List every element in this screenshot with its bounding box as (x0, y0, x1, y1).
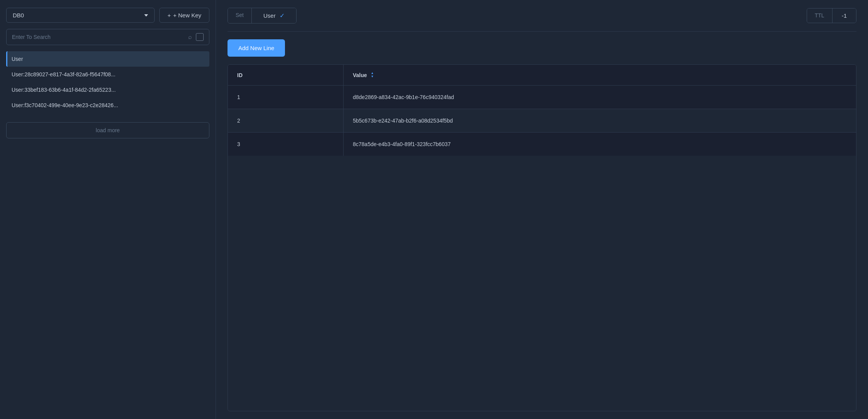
plus-icon: + (167, 12, 171, 19)
top-bar: Set User ✓ TTL -1 (228, 8, 856, 32)
key-type-group: Set User ✓ (228, 8, 297, 24)
ttl-group: TTL -1 (807, 8, 856, 23)
ttl-value: -1 (833, 8, 856, 23)
key-name-value: User ✓ (252, 8, 296, 23)
top-controls: DB0 + + New Key (6, 8, 209, 23)
cell-value: 5b5c673b-e242-47ab-b2f6-a08d2534f5bd (344, 109, 856, 132)
add-new-line-button[interactable]: Add New Line (228, 39, 285, 57)
table-row[interactable]: 3 8c78a5de-e4b3-4fa0-89f1-323fcc7b6037 (228, 133, 856, 156)
table-row[interactable]: 2 5b5c673b-e242-47ab-b2f6-a08d2534f5bd (228, 109, 856, 133)
cell-id: 2 (228, 109, 344, 132)
cell-id: 3 (228, 133, 344, 156)
column-header-value[interactable]: Value (344, 65, 856, 85)
table-row[interactable]: 1 d8de2869-a834-42ac-9b1e-76c940324fad (228, 86, 856, 109)
cell-value: 8c78a5de-e4b3-4fa0-89f1-323fcc7b6037 (344, 133, 856, 156)
column-header-id: ID (228, 65, 344, 85)
data-table: ID Value 1 d8de2869-a834-42ac-9b1e-76c94… (228, 64, 856, 411)
key-list: User User:28c89027-e817-4a3f-82a6-f5647f… (6, 51, 209, 113)
db-select[interactable]: DB0 (6, 8, 155, 23)
list-item[interactable]: User:f3c70402-499e-40ee-9e23-c2e28426... (6, 98, 209, 113)
load-more-button[interactable]: load more (6, 122, 209, 138)
key-type-label: Set (228, 8, 252, 23)
cell-id: 1 (228, 86, 344, 109)
sort-icon (371, 72, 374, 78)
search-bar: ⌕ (6, 29, 209, 45)
filter-toggle-button[interactable] (196, 33, 204, 41)
left-panel: DB0 + + New Key ⌕ User User:28c89027-e81… (0, 0, 216, 419)
table-header: ID Value (228, 65, 856, 86)
new-key-label: + New Key (173, 12, 201, 19)
check-icon: ✓ (280, 12, 285, 19)
ttl-label: TTL (807, 8, 833, 23)
chevron-down-icon (144, 14, 148, 17)
search-input[interactable] (12, 34, 184, 40)
search-icon: ⌕ (188, 34, 192, 40)
list-item[interactable]: User (6, 51, 209, 67)
new-key-button[interactable]: + + New Key (159, 8, 209, 23)
right-panel: Set User ✓ TTL -1 Add New Line ID Value … (216, 0, 868, 419)
list-item[interactable]: User:33bef183-63b6-4a1f-84d2-2fa65223... (6, 82, 209, 98)
db-select-label: DB0 (13, 12, 24, 19)
cell-value: d8de2869-a834-42ac-9b1e-76c940324fad (344, 86, 856, 109)
list-item[interactable]: User:28c89027-e817-4a3f-82a6-f5647f08... (6, 67, 209, 82)
